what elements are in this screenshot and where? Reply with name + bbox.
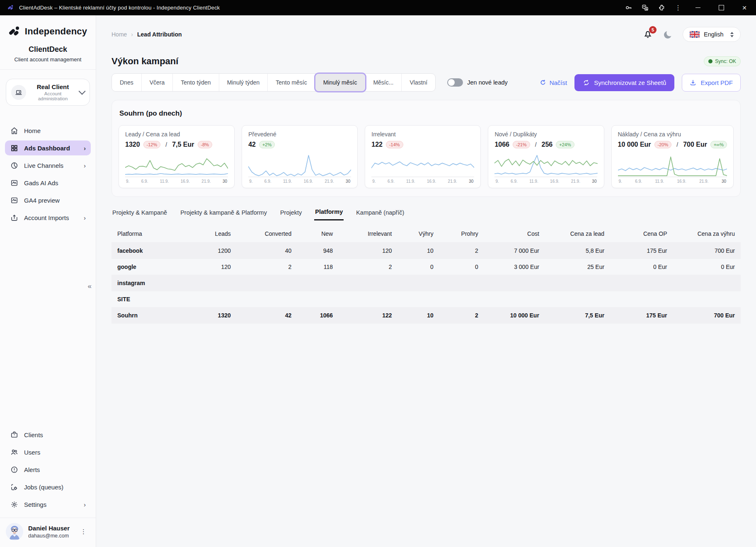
filter-tento-tyden[interactable]: Tento týden bbox=[173, 74, 219, 91]
column-header[interactable]: Converted bbox=[237, 225, 298, 243]
user-avatar bbox=[6, 523, 23, 540]
window-minimize-button[interactable] bbox=[686, 0, 710, 15]
sidebar-item-ads-dashboard[interactable]: Ads Dashboard bbox=[5, 140, 91, 155]
column-header[interactable]: Leads bbox=[182, 225, 236, 243]
value-cell: 1200 bbox=[182, 243, 236, 259]
export-pdf-button[interactable]: Export PDF bbox=[682, 74, 741, 92]
tab-projekty-kampane-platformy[interactable]: Projekty & kampaně & Platformy bbox=[179, 208, 268, 220]
sidebar-item-account-imports[interactable]: Account Imports bbox=[5, 210, 91, 225]
tab-projekty-kampane[interactable]: Projekty & Kampaně bbox=[111, 208, 168, 220]
sparkline-axis: 9.6.9.11.9.16.9.21.9.30 bbox=[494, 179, 597, 184]
sidebar-collapse-button[interactable]: « bbox=[85, 281, 94, 292]
column-header[interactable]: New bbox=[297, 225, 339, 243]
sync-sheets-button[interactable]: Synchronizovat ze Sheetů bbox=[574, 74, 674, 91]
table-row[interactable]: SITE bbox=[111, 291, 741, 307]
browser-menu-icon[interactable] bbox=[670, 0, 686, 15]
reload-button[interactable]: Načíst bbox=[540, 79, 567, 86]
password-key-icon[interactable] bbox=[620, 0, 637, 15]
sparkline-chart bbox=[125, 152, 228, 177]
extensions-puzzle-icon[interactable] bbox=[653, 0, 670, 15]
sidebar-item-gads-ai-ads[interactable]: Gads AI Ads bbox=[5, 175, 91, 190]
dark-mode-moon-icon[interactable] bbox=[663, 29, 674, 40]
value-cell bbox=[397, 291, 439, 307]
window-titlebar: ClientAdDesk – Klientské reklamní účty p… bbox=[0, 0, 756, 15]
column-header[interactable]: Cost bbox=[484, 225, 545, 243]
breadcrumb-home[interactable]: Home bbox=[111, 31, 127, 38]
table-row[interactable]: facebook1200409481201027 000 Eur5,8 Eur1… bbox=[111, 243, 741, 259]
value-separator: / bbox=[165, 141, 167, 148]
user-email: dahaus@me.com bbox=[28, 533, 70, 539]
axis-tick-label: 11.9. bbox=[160, 179, 169, 184]
language-selector[interactable]: English bbox=[683, 27, 741, 42]
value-cell: 3 000 Eur bbox=[484, 259, 545, 275]
sidebar-item-ga4-preview[interactable]: GA4 preview bbox=[5, 193, 91, 208]
client-selector[interactable]: Real Client Account administration bbox=[6, 79, 90, 106]
table-row[interactable]: instagram bbox=[111, 275, 741, 291]
column-header[interactable]: Výhry bbox=[397, 225, 439, 243]
value-cell bbox=[339, 275, 397, 291]
summary-card-costs: Náklady / Cena za výhru 10 000 Eur -20% … bbox=[611, 125, 734, 188]
sidebar-item-home[interactable]: Home bbox=[5, 123, 91, 138]
value-cell: 5,8 Eur bbox=[545, 243, 610, 259]
trend-badge: +24% bbox=[556, 141, 574, 148]
sidebar-header: Independency ClientDeck Client account m… bbox=[0, 15, 96, 70]
tab-kampane-napric[interactable]: Kampaně (napříč) bbox=[355, 208, 405, 220]
axis-tick-label: 11.9. bbox=[406, 179, 415, 184]
refresh-icon bbox=[540, 79, 546, 86]
sidebar-item-clients[interactable]: Clients bbox=[5, 427, 91, 442]
column-header[interactable]: Prohry bbox=[439, 225, 484, 243]
filter-dnes[interactable]: Dnes bbox=[112, 74, 142, 91]
window-close-button[interactable] bbox=[733, 0, 756, 15]
sidebar-user: Daniel Hauser dahaus@me.com bbox=[0, 518, 96, 547]
sync-icon bbox=[583, 79, 590, 86]
axis-tick-label: 11.9. bbox=[655, 179, 664, 184]
column-header[interactable]: Cena za lead bbox=[545, 225, 610, 243]
translate-icon[interactable] bbox=[637, 0, 653, 15]
axis-tick-label: 6.9. bbox=[264, 179, 271, 184]
table-row[interactable]: google12021182003 000 Eur25 Eur0 Eur0 Eu… bbox=[111, 259, 741, 275]
column-header[interactable]: Platforma bbox=[111, 225, 182, 243]
summary-title: Souhrn (po dnech) bbox=[119, 109, 734, 118]
axis-tick-label: 16.9. bbox=[550, 179, 559, 184]
filter-tento-mesic[interactable]: Tento měsíc bbox=[268, 74, 315, 91]
window-maximize-button[interactable] bbox=[710, 0, 733, 15]
notifications-button[interactable]: 5 bbox=[643, 29, 654, 40]
sidebar-item-label: Jobs (queues) bbox=[24, 484, 63, 491]
card-title: Irrelevant bbox=[371, 131, 474, 138]
filter-minuly-mesic[interactable]: Minulý měsíc bbox=[315, 74, 366, 91]
sidebar-item-jobs-queues[interactable]: Jobs (queues) bbox=[5, 479, 91, 494]
axis-tick-label: 21.9. bbox=[325, 179, 334, 184]
value-cell bbox=[339, 291, 397, 307]
column-header[interactable]: Irrelevant bbox=[339, 225, 397, 243]
sidebar-item-users[interactable]: Users bbox=[5, 445, 91, 460]
axis-tick-label: 9. bbox=[495, 179, 499, 184]
card-value: 1320 bbox=[125, 141, 140, 148]
user-menu-kebab-icon[interactable] bbox=[78, 526, 90, 537]
main-content: Home Lead Attribution 5 bbox=[96, 15, 756, 547]
sidebar-item-alerts[interactable]: Alerts bbox=[5, 462, 91, 477]
value-cell bbox=[610, 275, 673, 291]
only-new-leads-toggle[interactable]: Jen nové leady bbox=[447, 78, 508, 87]
card-value: 10 000 Eur bbox=[618, 141, 651, 148]
axis-tick-label: 30 bbox=[722, 179, 726, 184]
axis-tick-label: 9. bbox=[126, 179, 129, 184]
sidebar-item-live-channels[interactable]: Live Channels bbox=[5, 158, 91, 173]
tab-platformy[interactable]: Platformy bbox=[314, 208, 344, 220]
language-label: English bbox=[704, 31, 726, 38]
value-cell bbox=[182, 275, 236, 291]
filter-mesic[interactable]: Měsíc... bbox=[365, 74, 402, 91]
value-cell bbox=[397, 275, 439, 291]
column-header[interactable]: Cena OP bbox=[610, 225, 673, 243]
table-row[interactable]: Souhrn132042106612210210 000 Eur7,5 Eur1… bbox=[111, 307, 741, 324]
value-cell bbox=[297, 291, 339, 307]
filter-vcera[interactable]: Včera bbox=[142, 74, 173, 91]
filter-vlastni[interactable]: Vlastní bbox=[402, 74, 435, 91]
column-header[interactable]: Cena za výhru bbox=[673, 225, 741, 243]
sidebar-item-label: Settings bbox=[24, 501, 46, 508]
value-cell: 42 bbox=[237, 307, 298, 324]
filter-minuly-tyden[interactable]: Minulý týden bbox=[219, 74, 268, 91]
sidebar-item-settings[interactable]: Settings bbox=[5, 497, 91, 512]
chevron-right-icon bbox=[84, 214, 86, 221]
tab-projekty[interactable]: Projekty bbox=[279, 208, 303, 220]
platforms-table: Platforma Leads Converted New Irrelevant… bbox=[111, 225, 741, 324]
